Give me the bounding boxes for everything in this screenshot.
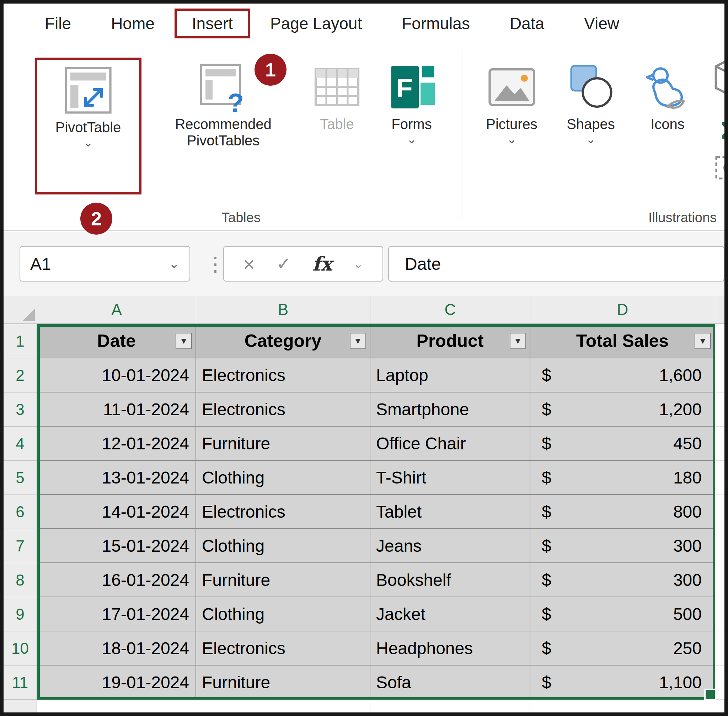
currency-symbol: $: [542, 673, 551, 692]
tab-file[interactable]: File: [25, 14, 91, 33]
3d-models-icon[interactable]: [709, 52, 728, 102]
cell-empty: [370, 700, 530, 713]
column-header-d[interactable]: D: [530, 296, 715, 324]
svg-text:?: ?: [228, 88, 244, 114]
cell-category[interactable]: Electronics: [196, 358, 370, 393]
cell-product[interactable]: Office Chair: [370, 426, 530, 461]
cell-total-sales[interactable]: $500: [530, 597, 715, 631]
filter-dropdown-icon[interactable]: ▼: [695, 333, 711, 349]
tab-data[interactable]: Data: [490, 14, 564, 33]
row-header-4[interactable]: 4: [3, 426, 37, 461]
cell-category[interactable]: Furniture: [196, 426, 370, 461]
pictures-icon: [485, 61, 538, 114]
row-header-9[interactable]: 9: [3, 597, 37, 631]
excel-window: File Home Insert Page Layout Formulas Da…: [0, 0, 728, 716]
cell-total-sales[interactable]: $300: [530, 563, 715, 597]
cell-category[interactable]: Electronics: [196, 393, 370, 426]
row-header-1[interactable]: 1: [3, 324, 37, 358]
icons-label: Icons: [651, 116, 685, 132]
row-header-5[interactable]: 5: [3, 461, 37, 495]
shapes-button[interactable]: Shapes ⌄: [555, 61, 626, 145]
filter-dropdown-icon[interactable]: ▼: [350, 333, 366, 349]
pictures-button[interactable]: Pictures ⌄: [473, 61, 550, 145]
tab-view[interactable]: View: [564, 14, 639, 33]
cell-product[interactable]: Headphones: [370, 631, 530, 666]
chevron-down-icon[interactable]: ⌄: [353, 257, 364, 271]
table-header-cell[interactable]: Date▼: [37, 324, 196, 358]
chevron-down-icon[interactable]: ⌄: [169, 256, 179, 271]
table-button[interactable]: Table: [305, 61, 369, 132]
table-header-text: Total Sales: [576, 331, 669, 351]
column-header-c[interactable]: C: [370, 296, 530, 324]
row-header-8[interactable]: 8: [3, 563, 37, 597]
filter-dropdown-icon[interactable]: ▼: [510, 333, 526, 349]
table-label: Table: [320, 116, 354, 132]
cell-empty: [530, 700, 715, 713]
cell-product[interactable]: Laptop: [370, 358, 530, 393]
enter-icon[interactable]: ✓: [276, 253, 291, 274]
cell-date[interactable]: 14-01-2024: [37, 495, 196, 529]
tab-insert[interactable]: Insert: [174, 9, 250, 38]
row-header-6[interactable]: 6: [3, 495, 37, 529]
cell-date[interactable]: 16-01-2024: [37, 563, 196, 597]
cell-date[interactable]: 15-01-2024: [37, 529, 196, 563]
cell-total-sales[interactable]: $800: [530, 495, 715, 529]
pivottable-button[interactable]: PivotTable ⌄: [35, 58, 141, 194]
cell-total-sales[interactable]: $1,100: [530, 666, 715, 700]
tab-formulas[interactable]: Formulas: [382, 14, 490, 33]
cell-product[interactable]: T-Shirt: [370, 461, 530, 495]
cell-category[interactable]: Furniture: [196, 666, 370, 700]
pivottable-label: PivotTable: [55, 119, 121, 135]
cell-total-sales[interactable]: $450: [530, 426, 715, 461]
currency-symbol: $: [542, 570, 551, 590]
row-header-11[interactable]: 11: [3, 666, 37, 700]
tab-home[interactable]: Home: [91, 14, 174, 33]
cell-date[interactable]: 17-01-2024: [37, 597, 196, 631]
cell-date[interactable]: 18-01-2024: [37, 631, 196, 666]
cell-product[interactable]: Bookshelf: [370, 563, 530, 597]
cell-date[interactable]: 13-01-2024: [37, 461, 196, 495]
cell-category[interactable]: Clothing: [196, 529, 370, 563]
table-header-cell[interactable]: Total Sales▼: [530, 324, 715, 358]
name-box[interactable]: A1 ⌄: [20, 246, 190, 282]
cell-product[interactable]: Jacket: [370, 597, 530, 631]
cell-total-sales[interactable]: $180: [530, 461, 715, 495]
table-header-cell[interactable]: Product▼: [370, 324, 530, 358]
row-header-3[interactable]: 3: [3, 393, 37, 426]
cell-date[interactable]: 10-01-2024: [37, 358, 196, 393]
forms-icon: F: [385, 61, 438, 114]
cell-total-sales[interactable]: $250: [530, 631, 715, 666]
table-header-cell[interactable]: Category▼: [196, 324, 370, 358]
cell-category[interactable]: Electronics: [196, 495, 370, 529]
cell-date[interactable]: 11-01-2024: [37, 393, 196, 426]
select-all-corner[interactable]: [3, 296, 37, 324]
forms-button[interactable]: F Forms ⌄: [376, 61, 447, 145]
column-header-a[interactable]: A: [37, 296, 196, 324]
cell-product[interactable]: Smartphone: [370, 393, 530, 426]
cell-category[interactable]: Clothing: [196, 461, 370, 495]
cell-total-sales[interactable]: $1,600: [530, 358, 715, 393]
filter-dropdown-icon[interactable]: ▼: [176, 333, 192, 349]
cell-category[interactable]: Electronics: [196, 631, 370, 666]
cell-date[interactable]: 19-01-2024: [37, 666, 196, 700]
tab-page-layout[interactable]: Page Layout: [250, 14, 382, 33]
cell-category[interactable]: Clothing: [196, 597, 370, 631]
row-header-2[interactable]: 2: [3, 358, 37, 393]
column-header-b[interactable]: B: [196, 296, 370, 324]
cell-product[interactable]: Tablet: [370, 495, 530, 529]
cell-product[interactable]: Jeans: [370, 529, 530, 563]
insert-function-icon[interactable]: fx: [312, 252, 332, 275]
currency-symbol: $: [542, 366, 551, 385]
screenshot-icon[interactable]: [713, 150, 728, 185]
icons-button[interactable]: Icons: [632, 61, 703, 132]
cell-total-sales[interactable]: $1,200: [530, 393, 715, 426]
cell-date[interactable]: 12-01-2024: [37, 426, 196, 461]
formula-input[interactable]: Date: [388, 246, 725, 282]
cell-product[interactable]: Sofa: [370, 666, 530, 700]
row-header-7[interactable]: 7: [3, 529, 37, 563]
cell-total-sales[interactable]: $300: [530, 529, 715, 563]
cancel-icon[interactable]: ×: [243, 252, 255, 276]
cell-category[interactable]: Furniture: [196, 563, 370, 597]
row-header-10[interactable]: 10: [3, 631, 37, 666]
smartart-icon[interactable]: Σ: [714, 114, 728, 146]
